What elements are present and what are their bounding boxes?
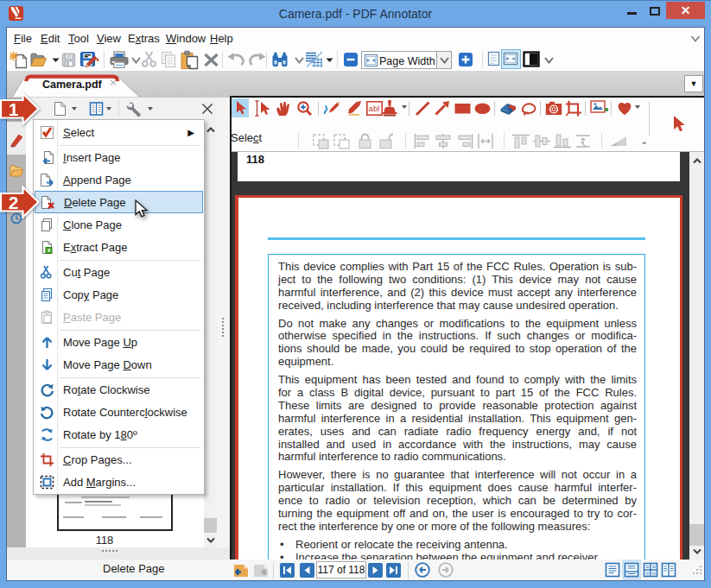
- svg-text:2: 2: [9, 193, 19, 212]
- svg-text:abl: abl: [369, 104, 380, 113]
- svg-text:1: 1: [9, 99, 19, 119]
